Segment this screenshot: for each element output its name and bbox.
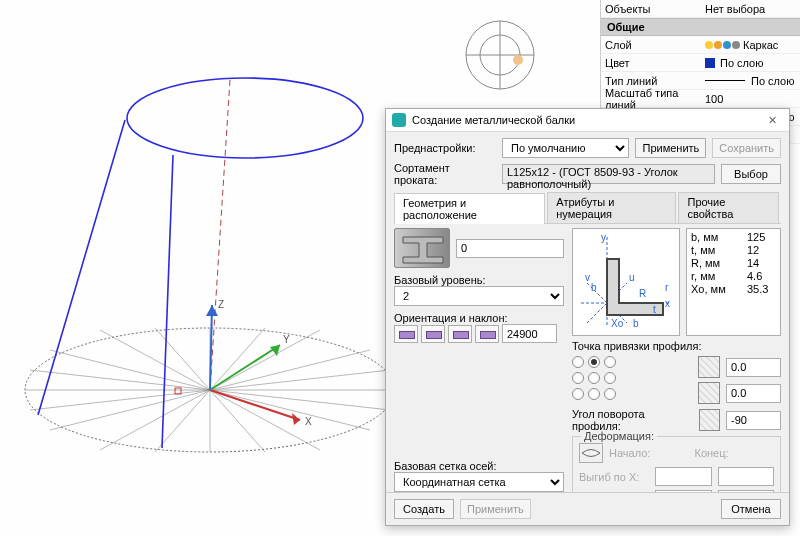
dialog-titlebar[interactable]: Создание металлической балки ✕	[386, 109, 789, 132]
anchor-radio[interactable]	[588, 372, 600, 384]
prop-objects-val: Нет выбора	[705, 3, 796, 15]
orientation-label: Ориентация и наклон:	[394, 312, 564, 324]
svg-text:t: t	[653, 304, 656, 315]
assortment-label: Сортамент проката:	[394, 162, 496, 186]
svg-point-5	[127, 78, 363, 158]
profile-diagram: xy uv R b b Xo t r	[572, 228, 680, 336]
linetype-preview	[705, 80, 745, 81]
anchor-radio[interactable]	[604, 388, 616, 400]
beam-preview-icon	[394, 228, 450, 268]
rotation-input[interactable]	[726, 411, 781, 430]
deformation-group: Деформация: Начало: Конец: Выгиб по X: В…	[572, 436, 781, 492]
align-y-icon[interactable]	[698, 382, 720, 404]
svg-text:x: x	[665, 298, 670, 309]
bend-y-end	[718, 490, 775, 492]
svg-point-4	[513, 55, 523, 65]
anchor-radio[interactable]	[572, 388, 584, 400]
length-input[interactable]	[456, 239, 564, 258]
svg-text:u: u	[629, 272, 635, 283]
base-grid-select[interactable]: Координатная сетка	[394, 472, 564, 492]
svg-marker-31	[292, 413, 300, 425]
anchor-grid	[572, 356, 618, 402]
anchor-radio[interactable]	[572, 356, 584, 368]
svg-text:R: R	[639, 288, 646, 299]
app-icon	[392, 113, 406, 127]
tab-geometry[interactable]: Геометрия и расположение	[394, 193, 545, 224]
svg-line-13	[50, 390, 210, 430]
assortment-value: L125x12 - (ГОСТ 8509-93 - Уголок равнопо…	[502, 164, 715, 184]
svg-text:v: v	[585, 272, 590, 283]
dialog-title: Создание металлической балки	[412, 114, 762, 126]
orient-option-3[interactable]	[448, 325, 472, 343]
cancel-button[interactable]: Отмена	[721, 499, 781, 519]
deform-icon[interactable]	[579, 443, 603, 463]
svg-line-29	[210, 80, 230, 390]
bend-x-end	[718, 467, 775, 486]
tab-other[interactable]: Прочие свойства	[678, 192, 779, 223]
color-swatch	[705, 58, 715, 68]
svg-line-15	[100, 330, 210, 390]
prop-ltscale-row[interactable]: Масштаб типа линий 100	[601, 90, 800, 108]
svg-line-12	[210, 390, 370, 430]
profile-params-table: b, мм125 t, мм12 R, мм14 r, мм4.6 Xo, мм…	[686, 228, 781, 336]
create-button[interactable]: Создать	[394, 499, 454, 519]
close-icon[interactable]: ✕	[762, 114, 783, 127]
base-level-select[interactable]: 2	[394, 286, 564, 306]
svg-text:Z: Z	[218, 299, 224, 310]
svg-text:b: b	[633, 318, 639, 329]
orient-option-4[interactable]	[475, 325, 499, 343]
svg-line-17	[100, 390, 210, 450]
prop-objects-key: Объекты	[605, 3, 705, 15]
svg-line-11	[50, 350, 210, 390]
svg-line-16	[210, 390, 320, 450]
svg-text:b: b	[591, 282, 597, 293]
presets-label: Преднастройки:	[394, 142, 496, 154]
prop-section-general: Общие	[601, 18, 800, 36]
svg-text:X: X	[305, 416, 312, 427]
svg-line-18	[210, 330, 320, 390]
align-x-icon[interactable]	[698, 356, 720, 378]
bend-y-start	[655, 490, 712, 492]
rotation-label: Угол поворота профиля:	[572, 408, 687, 432]
create-beam-dialog: Создание металлической балки ✕ Преднастр…	[385, 108, 790, 526]
svg-line-14	[210, 350, 370, 390]
anchor-radio[interactable]	[572, 372, 584, 384]
svg-marker-37	[206, 305, 218, 316]
svg-text:Y: Y	[283, 334, 290, 345]
svg-text:r: r	[665, 282, 669, 293]
anchor-radio[interactable]	[588, 356, 600, 368]
offset-x-input[interactable]	[726, 358, 781, 377]
svg-line-25	[30, 370, 210, 390]
offset-y-input[interactable]	[726, 384, 781, 403]
apply-button[interactable]: Применить	[460, 499, 531, 519]
anchor-radio[interactable]	[604, 356, 616, 368]
svg-text:Xo: Xo	[611, 318, 624, 329]
base-grid-label: Базовая сетка осей:	[394, 460, 564, 472]
incline-input[interactable]	[502, 324, 557, 343]
save-preset-button[interactable]: Сохранить	[712, 138, 781, 158]
prop-color-row[interactable]: Цвет По слою	[601, 54, 800, 72]
svg-line-19	[155, 328, 210, 390]
base-level-label: Базовый уровень:	[394, 274, 564, 286]
apply-preset-button[interactable]: Применить	[635, 138, 706, 158]
anchor-radio[interactable]	[588, 388, 600, 400]
prop-layer-row[interactable]: Слой Каркас	[601, 36, 800, 54]
tabs: Геометрия и расположение Атрибуты и нуме…	[394, 192, 781, 224]
orient-option-1[interactable]	[394, 325, 418, 343]
svg-text:y: y	[601, 232, 606, 243]
orient-option-2[interactable]	[421, 325, 445, 343]
svg-line-23	[30, 390, 210, 410]
tab-attributes[interactable]: Атрибуты и нумерация	[547, 192, 676, 223]
svg-line-36	[210, 305, 212, 390]
assortment-pick-button[interactable]: Выбор	[721, 164, 781, 184]
svg-marker-40	[403, 237, 443, 263]
svg-line-27	[38, 120, 125, 415]
bend-x-start	[655, 467, 712, 486]
prop-objects-row: Объекты Нет выбора	[601, 0, 800, 18]
rotation-icon[interactable]	[699, 409, 720, 431]
layer-state-icons	[705, 39, 741, 51]
presets-select[interactable]: По умолчанию	[502, 138, 629, 158]
svg-line-28	[162, 155, 173, 448]
anchor-radio[interactable]	[604, 372, 616, 384]
anchor-label: Точка привязки профиля:	[572, 340, 781, 352]
